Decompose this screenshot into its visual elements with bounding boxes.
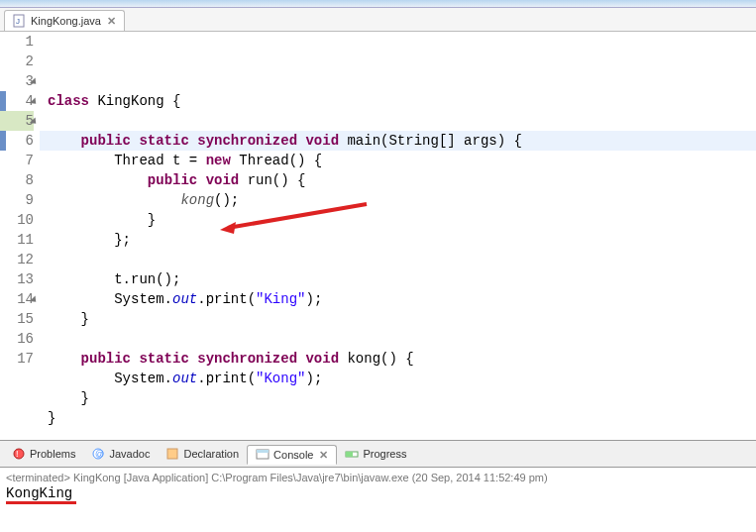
editor-tab-label: KingKong.java: [31, 15, 101, 27]
close-icon[interactable]: ✕: [319, 449, 328, 462]
tab-label: Console: [273, 449, 313, 461]
code-line[interactable]: [48, 111, 756, 131]
line-number: 5: [0, 111, 34, 131]
declaration-icon: [165, 447, 179, 461]
code-line[interactable]: [48, 329, 756, 349]
code-line[interactable]: kong();: [48, 190, 756, 210]
line-number: 9: [0, 190, 34, 210]
tab-label: Problems: [30, 448, 75, 460]
code-line[interactable]: System.out.print("Kong");: [48, 369, 756, 388]
line-number-gutter: 1234567891011121314151617: [0, 32, 40, 440]
progress-icon: [345, 447, 359, 461]
javadoc-icon: @: [91, 447, 105, 461]
console-output: KongKing: [6, 485, 750, 501]
code-editor[interactable]: 1234567891011121314151617 class KingKong…: [0, 32, 756, 440]
code-area[interactable]: class KingKong { public static synchroni…: [40, 32, 756, 440]
console-output-text: KongKing: [6, 485, 72, 501]
tab-console[interactable]: Console ✕: [247, 445, 337, 465]
console-header: <terminated> KingKong [Java Application]…: [6, 472, 750, 483]
code-line[interactable]: [48, 250, 756, 269]
line-number: 10: [0, 210, 34, 230]
console-icon: [256, 448, 270, 462]
svg-rect-8: [167, 449, 177, 459]
svg-rect-12: [346, 452, 353, 457]
line-number: 15: [0, 309, 34, 329]
code-line[interactable]: System.out.print("King");: [48, 289, 756, 309]
svg-text:@: @: [95, 449, 104, 459]
code-line[interactable]: public static synchronized void kong() {: [48, 349, 756, 369]
code-line[interactable]: Thread t = new Thread() {: [48, 151, 756, 170]
code-line[interactable]: public void run() {: [48, 170, 756, 190]
code-line[interactable]: class KingKong {: [48, 91, 756, 111]
console-launch-info: KingKong [Java Application] C:\Program F…: [70, 472, 548, 483]
line-number: 6: [0, 131, 34, 151]
console-view[interactable]: <terminated> KingKong [Java Application]…: [0, 468, 756, 505]
code-line[interactable]: }: [48, 408, 756, 428]
tab-label: Progress: [363, 448, 406, 460]
line-number: 13: [0, 269, 34, 289]
bottom-view-tab-row: ! Problems @ Javadoc Declaration Console…: [0, 440, 756, 468]
tab-label: Declaration: [183, 448, 239, 460]
tab-problems[interactable]: ! Problems: [4, 445, 83, 463]
problems-icon: !: [12, 447, 26, 461]
tab-progress[interactable]: Progress: [337, 445, 414, 463]
code-line[interactable]: };: [48, 230, 756, 250]
line-number: 8: [0, 170, 34, 190]
line-number: 3: [0, 71, 34, 91]
line-number: 14: [0, 289, 34, 309]
line-number: 1: [0, 32, 34, 52]
line-number: 11: [0, 230, 34, 250]
editor-tab-row: J KingKong.java ✕: [0, 8, 756, 32]
code-line[interactable]: }: [48, 210, 756, 230]
console-status: <terminated>: [6, 472, 70, 483]
line-number: 2: [0, 52, 34, 71]
svg-line-2: [228, 204, 367, 228]
window-titlebar-strip: [0, 0, 756, 8]
java-file-icon: J: [13, 14, 27, 28]
svg-text:!: !: [16, 449, 19, 459]
code-line[interactable]: t.run();: [48, 269, 756, 289]
close-icon[interactable]: ✕: [107, 15, 116, 28]
svg-marker-3: [220, 222, 236, 234]
line-number: 4: [0, 91, 34, 111]
line-number: 7: [0, 151, 34, 170]
code-line[interactable]: }: [48, 309, 756, 329]
svg-rect-10: [257, 450, 269, 453]
svg-text:J: J: [16, 17, 20, 26]
line-number: 12: [0, 250, 34, 269]
tab-label: Javadoc: [109, 448, 150, 460]
editor-tab-kingkong[interactable]: J KingKong.java ✕: [4, 10, 125, 31]
annotation-arrow: [218, 198, 377, 238]
code-line[interactable]: }: [48, 388, 756, 408]
tab-javadoc[interactable]: @ Javadoc: [83, 445, 158, 463]
line-number: 17: [0, 349, 34, 369]
line-number: 16: [0, 329, 34, 349]
tab-declaration[interactable]: Declaration: [158, 445, 247, 463]
